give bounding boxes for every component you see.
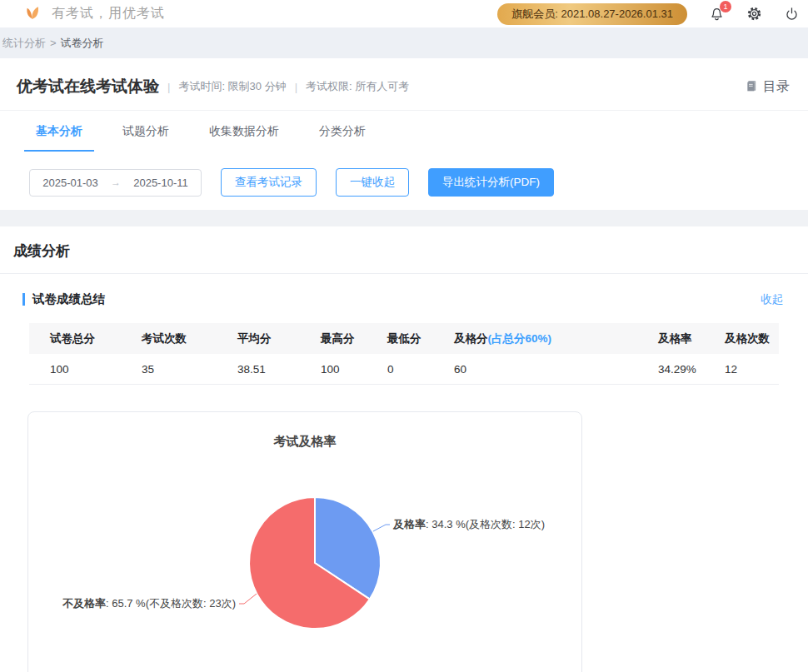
header-highest-score: 最高分 [321, 331, 387, 346]
breadcrumb-parent[interactable]: 统计分析 [2, 36, 46, 51]
logout-button[interactable] [784, 6, 800, 22]
summary-title: 试卷成绩总结 [32, 291, 105, 307]
value-average-score: 38.51 [237, 363, 321, 376]
score-summary-table: 试卷总分 考试次数 平均分 最高分 最低分 及格分(占总分60%) 及格率 及格… [29, 323, 779, 385]
exam-card: 优考试在线考试体验 | 考试时间: 限制30 分钟 | 考试权限: 所有人可考 … [0, 58, 808, 210]
value-highest-score: 100 [321, 363, 387, 376]
collapse-all-button[interactable]: 一键收起 [336, 168, 409, 197]
header-average-score: 平均分 [237, 331, 321, 346]
section-gap [0, 210, 808, 226]
date-start[interactable]: 2025-01-03 [42, 177, 98, 189]
app-slogan: 有考试，用优考试 [52, 5, 165, 22]
gear-icon [746, 6, 762, 22]
settings-button[interactable] [746, 6, 762, 22]
meta-separator: | [167, 81, 170, 93]
export-pdf-button[interactable]: 导出统计分析(PDF) [428, 168, 554, 197]
header-pass-count: 及格次数 [725, 331, 779, 346]
table-header-row: 试卷总分 考试次数 平均分 最高分 最低分 及格分(占总分60%) 及格率 及格… [29, 323, 779, 354]
membership-badge[interactable]: 旗舰会员: 2021.08.27-2026.01.31 [497, 3, 687, 25]
toc-label: 目录 [763, 78, 790, 96]
notification-button[interactable]: 1 [709, 6, 725, 22]
tab-collected-data-analysis[interactable]: 收集数据分析 [197, 121, 291, 152]
breadcrumb-separator: > [50, 37, 57, 49]
pass-rate-pie-chart: 及格率: 34.3 %(及格次数: 12次) 不及格率: 65.7 %(不及格次… [28, 451, 582, 672]
value-pass-rate: 34.29% [658, 363, 725, 376]
breadcrumb-current: 试卷分析 [61, 36, 104, 51]
exam-time-meta: 考试时间: 限制30 分钟 [178, 79, 286, 94]
date-end[interactable]: 2025-10-11 [133, 177, 188, 189]
notification-count-badge: 1 [720, 1, 731, 12]
pass-label-leader-line [373, 525, 390, 531]
fail-slice-label: 不及格率: 65.7 %(不及格次数: 23次) [62, 597, 236, 610]
power-icon [784, 6, 800, 22]
header-pass-score: 及格分(占总分60%) [454, 331, 658, 346]
toc-button[interactable]: 目录 [745, 78, 790, 96]
top-header: 有考试，用优考试 旗舰会员: 2021.08.27-2026.01.31 1 [0, 0, 808, 27]
value-exam-count: 35 [142, 363, 237, 376]
chart-title: 考试及格率 [28, 434, 581, 450]
score-section-title: 成绩分析 [0, 241, 808, 261]
tab-category-analysis[interactable]: 分类分析 [307, 121, 377, 152]
meta-separator: | [295, 81, 297, 93]
exam-title: 优考试在线考试体验 [17, 76, 159, 97]
pass-rate-chart-card: 考试及格率 及格率: 34.3 %(及格次数: 12次) 不及格率: 65.7 … [27, 411, 582, 672]
value-total-score: 100 [50, 363, 142, 376]
pass-slice-label: 及格率: 34.3 %(及格次数: 12次) [392, 518, 545, 530]
header-exam-count: 考试次数 [142, 331, 237, 346]
header-total-score: 试卷总分 [50, 331, 142, 346]
view-exam-records-button[interactable]: 查看考试记录 [221, 168, 317, 197]
collapse-summary-link[interactable]: 收起 [761, 292, 783, 307]
date-arrow-icon: → [111, 177, 121, 188]
score-analysis-section: 成绩分析 试卷成绩总结 收起 试卷总分 考试次数 平均分 最高分 最低分 及格分… [0, 226, 808, 672]
breadcrumb: 统计分析 > 试卷分析 [0, 27, 808, 58]
value-pass-count: 12 [725, 363, 779, 376]
value-pass-score: 60 [454, 363, 658, 376]
summary-marker [22, 293, 25, 306]
header-pass-rate: 及格率 [658, 331, 725, 346]
tab-basic-analysis[interactable]: 基本分析 [24, 121, 94, 152]
fail-label-leader-line [239, 594, 257, 604]
tab-question-analysis[interactable]: 试题分析 [111, 121, 181, 152]
date-range-picker[interactable]: 2025-01-03 → 2025-10-11 [29, 169, 202, 197]
header-lowest-score: 最低分 [387, 331, 454, 346]
membership-text: 旗舰会员: 2021.08.27-2026.01.31 [511, 7, 673, 22]
app-logo-icon [23, 5, 42, 23]
analysis-tabs: 基本分析 试题分析 收集数据分析 分类分析 [0, 121, 808, 152]
exam-permission-meta: 考试权限: 所有人可考 [306, 79, 409, 94]
pass-score-note: (占总分60%) [488, 332, 552, 345]
book-icon [745, 80, 758, 93]
value-lowest-score: 0 [387, 363, 454, 376]
table-value-row: 100 35 38.51 100 0 60 34.29% 12 [29, 354, 779, 385]
